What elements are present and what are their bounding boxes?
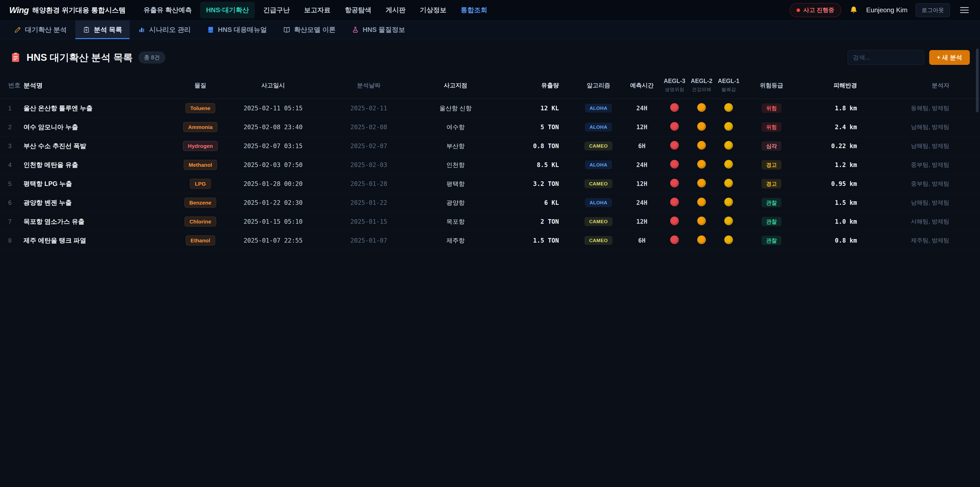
cell-risk-grade: 관찰: [742, 212, 801, 231]
cell-aegl1: [715, 212, 742, 231]
cell-analyst: 동해팀, 방제팀: [872, 99, 980, 118]
table-row[interactable]: 2여수 암모니아 누출Ammonia2025-02-08 23:402025-0…: [0, 118, 980, 137]
cell-analysis-date: 2025-01-22: [324, 193, 414, 212]
tab-model-theory[interactable]: 확산모델 이론: [275, 21, 343, 39]
cell-aegl2: [688, 193, 715, 212]
nav-item-spill-forecast[interactable]: 유출유 확산예측: [137, 2, 198, 18]
tab-label: 분석 목록: [94, 25, 122, 34]
table-row[interactable]: 6광양항 벤젠 누출Benzene2025-01-22 02:302025-01…: [0, 193, 980, 212]
table-row[interactable]: 3부산 수소 추진선 폭발Hydrogen2025-02-07 03:15202…: [0, 137, 980, 155]
cell-location: 제주항: [414, 231, 498, 250]
col-no: 번호: [0, 73, 22, 99]
list-icon: [83, 26, 90, 33]
table-row[interactable]: 5평택항 LPG 누출LPG2025-01-28 00:202025-01-28…: [0, 174, 980, 193]
cell-spill-amount: 12 KL: [498, 99, 574, 118]
cell-analysis-name: 평택항 LPG 누출: [22, 174, 179, 193]
cell-location: 평택항: [414, 174, 498, 193]
scrollbar-thumb[interactable]: [976, 48, 979, 112]
cell-analysis-date: 2025-02-07: [324, 137, 414, 155]
aegl1-level-indicator: [724, 122, 733, 131]
tab-scenario-management[interactable]: 시나리오 관리: [130, 21, 198, 39]
search-input[interactable]: [848, 50, 924, 65]
tab-hns-substance-info[interactable]: HNS 물질정보: [344, 21, 413, 39]
cell-analysis-date: 2025-02-03: [324, 155, 414, 174]
total-count-badge: 총 8건: [138, 51, 165, 64]
cell-location: 부산항: [414, 137, 498, 155]
cell-no: 6: [0, 193, 22, 212]
substance-badge: Hydrogen: [183, 141, 218, 151]
app-logo[interactable]: Wing 해양환경 위기대응 통합시스템: [9, 5, 126, 15]
cell-aegl1: [715, 99, 742, 118]
incident-dot-icon: [797, 8, 800, 12]
incident-label: 사고 진행중: [803, 6, 834, 14]
cell-duration: 12H: [623, 212, 661, 231]
cell-no: 4: [0, 155, 22, 174]
aegl2-level-indicator: [697, 198, 706, 206]
risk-grade-badge: 위험: [762, 104, 781, 113]
new-analysis-button[interactable]: + 새 분석: [929, 50, 970, 65]
risk-grade-badge: 관찰: [762, 198, 781, 208]
cell-algorithm: CAMEO: [574, 212, 623, 231]
notification-bell-icon[interactable]: [850, 6, 858, 14]
cell-aegl1: [715, 137, 742, 155]
tab-analysis-list[interactable]: 분석 목록: [75, 21, 130, 39]
cell-aegl2: [688, 137, 715, 155]
cell-duration: 24H: [623, 155, 661, 174]
col-substance: 물질: [179, 73, 222, 99]
cell-damage-radius: 0.22 km: [801, 137, 872, 155]
cell-risk-grade: 경고: [742, 174, 801, 193]
cell-location: 여수항: [414, 118, 498, 137]
cell-no: 1: [0, 99, 22, 118]
user-name: Eunjeong Kim: [866, 6, 907, 14]
tab-bar: 대기확산 분석분석 목록시나리오 관리HNS 대응매뉴얼확산모델 이론HNS 물…: [0, 21, 980, 39]
nav-item-board[interactable]: 게시판: [380, 2, 412, 18]
page-title: HNS 대기확산 분석 목록: [27, 51, 133, 64]
cell-damage-radius: 2.4 km: [801, 118, 872, 137]
nav-item-reports[interactable]: 보고자료: [298, 2, 337, 18]
cell-damage-radius: 0.8 km: [801, 231, 872, 250]
substance-badge: Benzene: [185, 198, 216, 208]
manual-icon: [207, 26, 214, 33]
flask-icon: [352, 26, 359, 33]
substance-badge: LPG: [190, 179, 210, 189]
logout-button[interactable]: 로그아웃: [916, 3, 950, 17]
cell-analysis-name: 광양항 벤젠 누출: [22, 193, 179, 212]
table-row[interactable]: 1울산 온산항 톨루엔 누출Toluene2025-02-11 05:15202…: [0, 99, 980, 118]
hamburger-menu-icon[interactable]: [958, 5, 971, 15]
cell-algorithm: ALOHA: [574, 155, 623, 174]
cell-damage-radius: 1.2 km: [801, 155, 872, 174]
cell-no: 5: [0, 174, 22, 193]
cell-aegl3: [661, 231, 688, 250]
aegl1-level-indicator: [724, 198, 733, 206]
nav-item-rescue[interactable]: 긴급구난: [257, 2, 296, 18]
cell-accident-datetime: 2025-02-08 23:40: [222, 118, 324, 137]
cell-analysis-name: 제주 에탄올 탱크 파열: [22, 231, 179, 250]
nav-item-air-search[interactable]: 항공탐색: [339, 2, 377, 18]
cell-spill-amount: 2 TON: [498, 212, 574, 231]
aegl2-level-indicator: [697, 179, 706, 187]
tab-hns-manual[interactable]: HNS 대응매뉴얼: [200, 21, 275, 39]
cell-aegl1: [715, 174, 742, 193]
analysis-table-body: 1울산 온산항 톨루엔 누출Toluene2025-02-11 05:15202…: [0, 99, 980, 250]
aegl2-level-indicator: [697, 103, 706, 112]
cell-analysis-date: 2025-01-07: [324, 231, 414, 250]
nav-item-hns-dispersion[interactable]: HNS·대기확산: [200, 2, 255, 18]
cell-accident-datetime: 2025-01-22 02:30: [222, 193, 324, 212]
cell-no: 8: [0, 231, 22, 250]
algorithm-badge: CAMEO: [584, 217, 612, 226]
cell-algorithm: ALOHA: [574, 99, 623, 118]
tab-dispersion-analysis[interactable]: 대기확산 분석: [6, 21, 74, 39]
cell-accident-datetime: 2025-01-07 22:55: [222, 231, 324, 250]
table-row[interactable]: 7목포항 염소가스 유출Chlorine2025-01-15 05:102025…: [0, 212, 980, 231]
nav-item-weather[interactable]: 기상정보: [414, 2, 452, 18]
table-row[interactable]: 8제주 에탄올 탱크 파열Ethanol2025-01-07 22:552025…: [0, 231, 980, 250]
aegl3-level-indicator: [670, 198, 679, 206]
col-aegl1: AEGL-1불쾌감: [715, 73, 742, 99]
table-row[interactable]: 4인천항 메탄올 유출Methanol2025-02-03 07:502025-…: [0, 155, 980, 174]
aegl3-level-indicator: [670, 122, 679, 131]
nav-item-integrated-search[interactable]: 통합조회: [455, 2, 493, 18]
substance-badge: Methanol: [184, 160, 217, 170]
cell-analyst: 제주팀, 방제팀: [872, 231, 980, 250]
cell-aegl1: [715, 193, 742, 212]
analysis-table: 번호분석명물질사고일시분석날짜사고지점유출량알고리즘예측시간AEGL-3생명위험…: [0, 73, 980, 250]
